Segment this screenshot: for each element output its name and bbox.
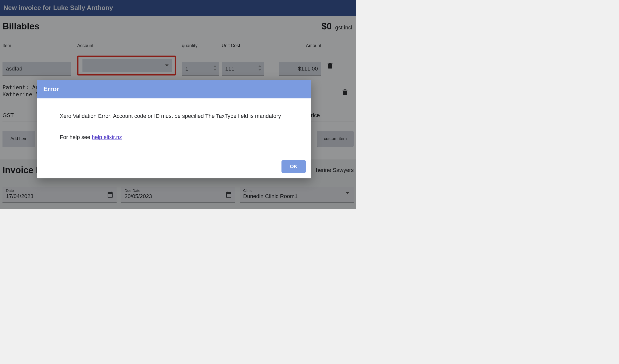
dialog-help-line: For help see help.elixir.nz <box>60 134 289 141</box>
dialog-message: Xero Validation Error: Account code or I… <box>60 112 289 120</box>
dialog-body: Xero Validation Error: Account code or I… <box>37 98 311 149</box>
dialog-ok-button[interactable]: OK <box>281 160 306 173</box>
dialog-help-link[interactable]: help.elixir.nz <box>92 134 122 140</box>
dialog-title: Error <box>37 80 311 98</box>
error-dialog: Error Xero Validation Error: Account cod… <box>37 80 311 178</box>
